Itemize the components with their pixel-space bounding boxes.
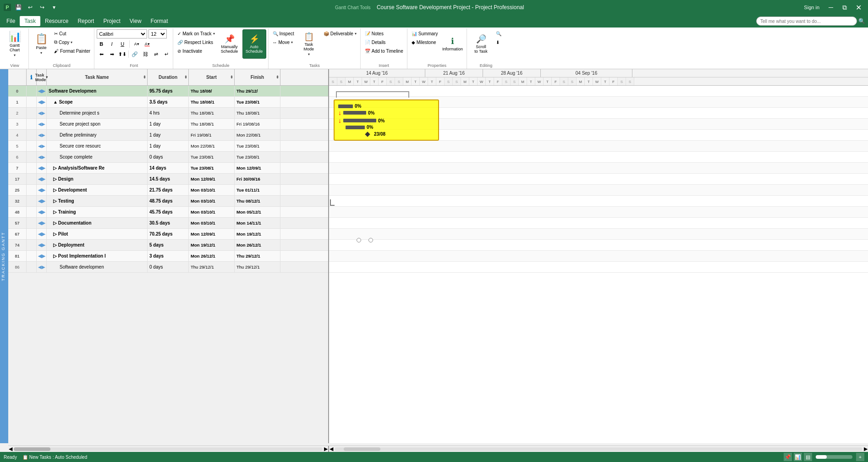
paste-button[interactable]: 📋 Paste ▾ xyxy=(31,29,51,59)
customize-qat-button[interactable]: ▾ xyxy=(49,3,59,12)
menu-format[interactable]: Format xyxy=(146,16,173,26)
cut-button[interactable]: ✂ Cut xyxy=(52,29,92,38)
font-family-selector[interactable]: Calibri xyxy=(97,29,147,38)
table-row[interactable]: 1 ◀▶ ▲ Scope 3.5 days Thu 18/08/1 Tue 23… xyxy=(8,97,328,108)
table-row[interactable]: 6 ◀▶ Scope complete 0 days Tue 23/08/1 T… xyxy=(8,152,328,163)
cell-duration-4: 1 day xyxy=(148,130,189,140)
notes-button[interactable]: 📝 Notes xyxy=(363,29,405,38)
outdent-button[interactable]: ⬆⬇ xyxy=(118,50,127,59)
menu-project[interactable]: Project xyxy=(99,16,125,26)
unlink-button[interactable]: ⛓ xyxy=(141,50,150,59)
redo-button[interactable]: ↪ xyxy=(38,3,47,12)
clear-button[interactable]: ⬇ xyxy=(494,38,503,46)
respect-links-button[interactable]: 🔗 Respect Links xyxy=(176,38,216,46)
gantt-chart-button[interactable]: 📊 GanttChart ▾ xyxy=(3,29,27,59)
font-color-button[interactable]: A▾ xyxy=(143,39,152,49)
manually-schedule-button[interactable]: 📌 ManuallySchedule xyxy=(218,29,242,59)
zoom-slider[interactable] xyxy=(816,455,852,459)
bold-button[interactable]: B xyxy=(97,39,106,49)
format-painter-button[interactable]: 🖌 Format Painter xyxy=(52,47,92,55)
menu-resource[interactable]: Resource xyxy=(40,16,73,26)
table-row[interactable]: 25 ◀▶ ▷ Development 21.75 days Mon 03/10… xyxy=(8,185,328,196)
details-button[interactable]: 📄 Details xyxy=(363,38,405,46)
table-row[interactable]: 3 ◀▶ Secure project spon 1 day Thu 18/08… xyxy=(8,119,328,130)
header-id xyxy=(8,69,27,85)
summary-button[interactable]: 📊 Summary xyxy=(410,29,440,38)
menu-file[interactable]: File xyxy=(2,16,20,26)
auto-schedule-button[interactable]: ⚡ AutoSchedule xyxy=(242,29,266,59)
view-group-label: View xyxy=(3,62,27,68)
status-icon-1[interactable]: 📌 xyxy=(784,453,792,461)
link-options-button[interactable]: ⇌ xyxy=(151,50,160,59)
menu-report[interactable]: Report xyxy=(73,16,99,26)
start-sort-icon[interactable]: ⇕ xyxy=(230,75,233,79)
search-input[interactable] xyxy=(756,16,857,26)
table-row[interactable]: 57 ◀▶ ▷ Documentation 30.5 days Mon 03/1… xyxy=(8,218,328,229)
undo-button[interactable]: ↩ xyxy=(26,3,35,12)
inspect-button[interactable]: 🔍 Inspect xyxy=(271,29,296,38)
search-icon[interactable]: 🔍 xyxy=(857,16,866,26)
indent-increase-button[interactable]: ➡ xyxy=(107,50,116,59)
gantt-scroll-left-button[interactable]: ◀ xyxy=(329,447,334,451)
find-button[interactable]: 🔍 xyxy=(494,29,503,38)
table-row[interactable]: 81 ◀▶ ▷ Post Implementation I 3 days Mon… xyxy=(8,251,328,262)
table-row[interactable]: 67 ◀▶ ▷ Pilot 70.25 days Mon 12/09/1 Mon… xyxy=(8,229,328,240)
table-row[interactable]: 0 ◀▶ Software Developmen 95.75 days Thu … xyxy=(8,86,328,97)
menu-task[interactable]: Task xyxy=(20,16,40,26)
scroll-right-button[interactable]: ▶ xyxy=(324,447,328,451)
milestone-button[interactable]: ◆ Milestone xyxy=(410,38,440,46)
table-row[interactable]: 32 ◀▶ ▷ Testing 48.75 days Mon 03/10/1 T… xyxy=(8,196,328,207)
italic-button[interactable]: I xyxy=(107,39,116,49)
gantt-scroll-right-button[interactable]: ▶ xyxy=(863,447,868,451)
menu-view[interactable]: View xyxy=(125,16,146,26)
cell-name-10: ▷ Testing xyxy=(47,196,148,206)
table-row[interactable]: 17 ◀▶ ▷ Design 14.5 days Mon 12/09/1 Fri… xyxy=(8,174,328,185)
move-button[interactable]: ↔ Move ▾ xyxy=(271,38,296,46)
add-to-timeline-button[interactable]: 📅 Add to Timeline xyxy=(363,47,405,55)
cell-mode-3: ◀▶ xyxy=(37,119,47,129)
task-scrollbar-thumb[interactable] xyxy=(14,447,50,451)
restore-button[interactable]: ⧉ xyxy=(839,1,851,13)
table-row[interactable]: 86 ◀▶ Software developmen 0 days Thu 29/… xyxy=(8,262,328,273)
cell-id-1: 1 xyxy=(8,97,27,107)
table-row[interactable]: 5 ◀▶ Secure core resourc 1 day Mon 22/08… xyxy=(8,141,328,152)
font-size-selector[interactable]: 12 xyxy=(148,29,167,38)
ribbon-group-schedule-content: ✓ Mark on Track ▾ 🔗 Respect Links ⊘ Inac… xyxy=(176,29,266,62)
cell-name-6: Scope complete xyxy=(47,152,148,162)
table-row[interactable]: 74 ◀▶ ▷ Deployment 5 days Mon 19/12/1 Mo… xyxy=(8,240,328,251)
task-mode-button[interactable]: 📋 TaskMode ▾ xyxy=(297,29,321,59)
highlight-color-button[interactable]: A▾ xyxy=(132,39,141,49)
deliverable-button[interactable]: 📦 Deliverable ▾ xyxy=(322,29,358,38)
underline-button[interactable]: U xyxy=(118,39,127,49)
week-label-3: 28 Aug '16 xyxy=(483,69,541,77)
status-icon-gantt[interactable]: ▤ xyxy=(804,453,812,461)
link-button[interactable]: 🔗 xyxy=(130,50,139,59)
copy-button[interactable]: ⧉ Copy ▾ xyxy=(52,38,92,46)
status-icon-2[interactable]: 📊 xyxy=(794,453,802,461)
close-button[interactable]: ✕ xyxy=(852,1,864,13)
table-row[interactable]: 7 ◀▶ ▷ Analysis/Software Re 14 days Tue … xyxy=(8,163,328,174)
gantt-scrollbar-thumb[interactable] xyxy=(344,447,380,451)
information-button[interactable]: ℹ Information xyxy=(441,29,465,59)
zoom-in-button[interactable]: + xyxy=(856,453,864,461)
duration-sort-icon[interactable]: ⇕ xyxy=(184,75,187,79)
inactivate-button[interactable]: ⊘ Inactivate xyxy=(176,47,216,55)
cell-finish-3: Fri 19/08/16 xyxy=(235,119,280,129)
wrap-button[interactable]: ↵ xyxy=(162,50,171,59)
minimize-button[interactable]: ─ xyxy=(825,1,837,13)
table-row[interactable]: 48 ◀▶ ▷ Training 45.75 days Mon 03/10/1 … xyxy=(8,207,328,218)
cell-info-9 xyxy=(27,185,37,195)
save-button[interactable]: 💾 xyxy=(14,3,23,12)
indent-decrease-button[interactable]: ⬅ xyxy=(97,50,106,59)
mark-on-track-button[interactable]: ✓ Mark on Track ▾ xyxy=(176,29,216,38)
sign-in-button[interactable]: Sign in xyxy=(800,3,823,12)
ribbon-group-insert-content: 📝 Notes 📄 Details 📅 Add to Timeline xyxy=(363,29,405,62)
scroll-to-task-button[interactable]: 🔎 Scrollto Task xyxy=(469,29,493,59)
scroll-left-button[interactable]: ◀ xyxy=(8,447,13,451)
task-name-sort-icon[interactable]: ⇕ xyxy=(143,75,146,79)
table-row[interactable]: 4 ◀▶ Define preliminary 1 day Fri 19/08/… xyxy=(8,130,328,141)
finish-sort-icon[interactable]: ⇕ xyxy=(276,75,279,79)
cell-finish-2: Thu 18/08/1 xyxy=(235,108,280,118)
table-row[interactable]: 2 ◀▶ Determine project s 4 hrs Thu 18/08… xyxy=(8,108,328,119)
gantt-row xyxy=(329,251,868,262)
